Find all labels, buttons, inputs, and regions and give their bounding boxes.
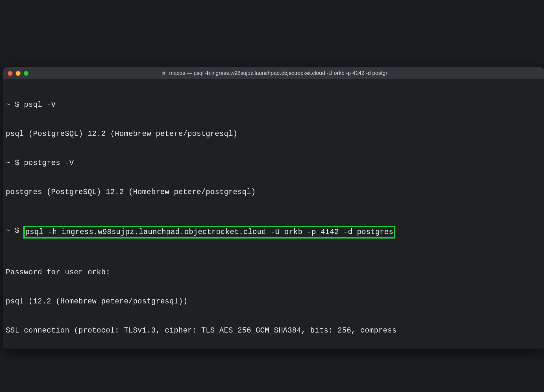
titlebar: macos — psql -h ingress.w98sujpz.launchp… — [3, 67, 544, 79]
terminal-line: ~ $ postgres -V — [6, 158, 541, 168]
window-title: macos — psql -h ingress.w98sujpz.launchp… — [32, 70, 517, 76]
terminal-line: ~ $ psql -V — [6, 100, 541, 110]
window-controls — [8, 71, 28, 76]
highlighted-command: psql -h ingress.w98sujpz.launchpad.objec… — [23, 226, 395, 238]
zoom-window-button[interactable] — [24, 71, 28, 76]
terminal-line: postgres (PostgreSQL) 12.2 (Homebrew pet… — [6, 187, 541, 197]
terminal-line: SSL connection (protocol: TLSv1.3, ciphe… — [6, 326, 541, 335]
terminal-line: psql (PostgreSQL) 12.2 (Homebrew petere/… — [6, 129, 541, 139]
highlighted-command-row: ~ $ psql -h ingress.w98sujpz.launchpad.o… — [6, 226, 541, 238]
window-title-text: macos — psql -h ingress.w98sujpz.launchp… — [169, 70, 387, 76]
terminal-output[interactable]: ~ $ psql -V psql (PostgreSQL) 12.2 (Home… — [3, 79, 544, 349]
terminal-window: macos — psql -h ingress.w98sujpz.launchp… — [3, 67, 544, 349]
terminal-line: Password for user orkb: — [6, 268, 541, 277]
close-window-button[interactable] — [8, 71, 12, 76]
minimize-window-button[interactable] — [16, 71, 20, 76]
shell-prompt: ~ $ — [6, 226, 24, 238]
terminal-line: psql (12.2 (Homebrew petere/postgresql)) — [6, 297, 541, 306]
home-icon — [161, 71, 166, 76]
